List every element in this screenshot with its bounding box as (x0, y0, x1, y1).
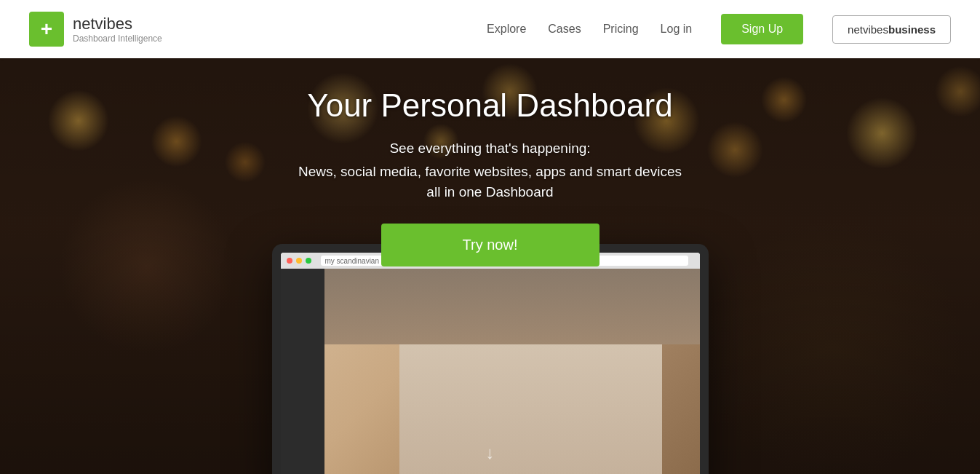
logo[interactable]: + netvibes Dashboard Intelligence (29, 12, 162, 47)
laptop-outer: my scandinavian home (272, 244, 709, 474)
nav-pricing[interactable]: Pricing (603, 23, 639, 36)
logo-icon: + (29, 12, 64, 47)
logo-tagline: Dashboard Intelligence (73, 33, 162, 44)
nav-explore[interactable]: Explore (487, 23, 526, 36)
business-button[interactable]: netvibesbusiness (832, 15, 951, 44)
hero-subtitle-line3: all in one Dashboard (236, 184, 745, 200)
logo-text: netvibes Dashboard Intelligence (73, 15, 162, 44)
nav-cases[interactable]: Cases (548, 23, 581, 36)
screen-room-visual (324, 269, 700, 474)
laptop-mockup: my scandinavian home (272, 244, 709, 474)
screen-image (324, 269, 700, 474)
try-now-button[interactable]: Try now! (381, 224, 599, 266)
hero-section: my scandinavian home Your Personal Dashb… (0, 58, 980, 474)
header: + netvibes Dashboard Intelligence Explor… (0, 0, 980, 58)
hero-subtitle-line1: See everything that's happening: (236, 137, 745, 160)
scroll-indicator: ↓ (486, 443, 495, 463)
signup-button[interactable]: Sign Up (721, 14, 803, 44)
main-nav: Explore Cases Pricing Log in Sign Up net… (487, 14, 951, 44)
business-label-bold: business (888, 23, 936, 36)
hero-text-overlay: Your Personal Dashboard See everything t… (236, 87, 745, 266)
logo-name: netvibes (73, 15, 162, 33)
screen-main (324, 269, 700, 474)
laptop-screen: my scandinavian home (281, 253, 700, 474)
business-label-normal: netvibes (848, 23, 888, 36)
nav-login[interactable]: Log in (661, 23, 693, 36)
hero-title: Your Personal Dashboard (236, 87, 745, 124)
screen-sidebar (281, 269, 324, 474)
hero-subtitle-line2: News, social media, favorite websites, a… (236, 160, 745, 183)
